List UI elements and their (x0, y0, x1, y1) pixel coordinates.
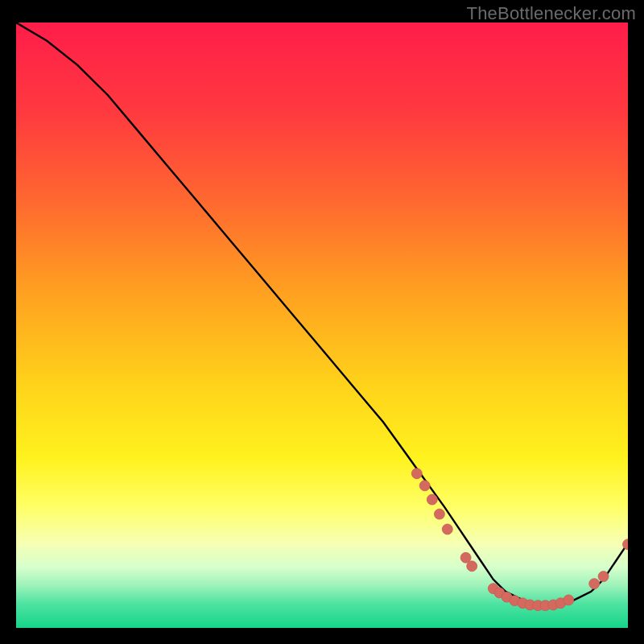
curve-marker (598, 572, 609, 582)
curve-marker (589, 579, 600, 589)
chart-stage: TheBottlenecker.com (0, 0, 644, 644)
curve-markers (411, 469, 628, 611)
attribution-label: TheBottlenecker.com (467, 3, 636, 24)
curve-marker (467, 561, 477, 572)
curve-marker (427, 494, 437, 505)
plot-area (16, 23, 628, 628)
curve-marker (442, 524, 452, 535)
curve-marker (564, 595, 574, 605)
chart-svg (16, 23, 628, 628)
bottleneck-curve (16, 23, 628, 604)
curve-marker (411, 469, 422, 479)
curve-marker (419, 481, 430, 491)
curve-marker (434, 509, 444, 519)
